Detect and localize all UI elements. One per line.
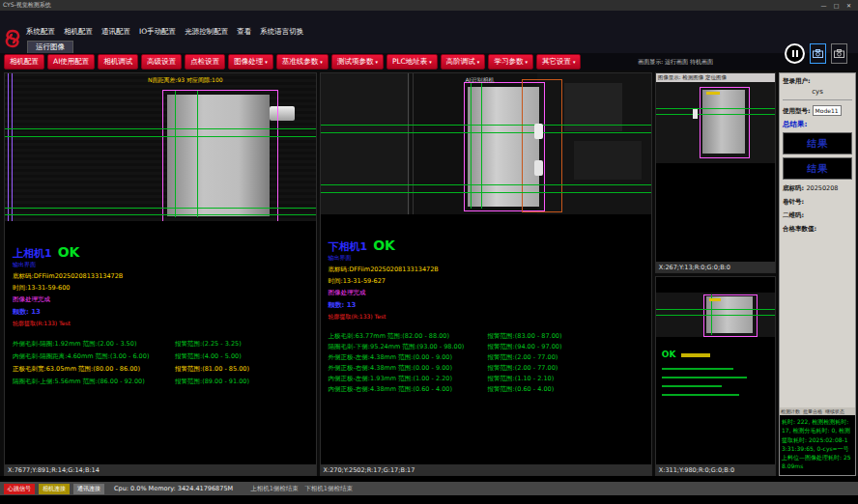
log-tab-state[interactable]: 继续状态 [825, 408, 844, 414]
cpu-memory-status: Cpu: 0.0% Memory: 3424.41796875M [114, 485, 233, 492]
toolbar-ai-config-button[interactable]: AI使用配置 [47, 54, 95, 70]
chevron-down-icon: ▾ [429, 60, 432, 65]
measurement-list: 上极毛刺:63.77mm 范围:(82.00 - 88.00)报警范围:(83.… [329, 331, 651, 395]
menu-item-io-config[interactable]: IO手动配置 [139, 27, 176, 37]
toolbar-advanced-settings-button[interactable]: 高级设置 [141, 54, 182, 70]
measurement-row: 上极毛刺:63.77mm 范围:(82.00 - 88.00)报警范围:(83.… [329, 331, 651, 342]
toolbar-spotcheck-button[interactable]: 点检设置 [185, 54, 225, 70]
output-sub-label: 输出界面 [329, 254, 651, 263]
thumbnail-image-top[interactable] [656, 82, 775, 163]
toolbar-plc-address-button[interactable]: PLC地址表▾ [386, 54, 438, 70]
measure-line [656, 108, 775, 109]
reflection-highlight [693, 109, 698, 119]
menu-item-camera-config[interactable]: 相机配置 [64, 27, 93, 37]
chevron-down-icon: ▾ [573, 60, 576, 65]
thumbnail-column: 图像显示: 检测图像 定位图像 X:267;Y:13;R:0;G:0;B:0 [655, 72, 776, 476]
menu-item-language[interactable]: 系统语言切换 [260, 27, 303, 37]
pixel-coordinate-bar: X:7677;Y:891;R:14;G:14;B:14 [5, 464, 316, 475]
pause-icon [792, 50, 794, 57]
camera-icon [813, 49, 823, 58]
overlay-camera-label: AI识别相机 [466, 76, 495, 85]
close-icon[interactable]: ✕ [843, 1, 855, 10]
debug-line: 轮廓提取(R:133) Test [329, 313, 651, 322]
pass-rate-field: 合格率数值: [783, 225, 852, 234]
overlay-text-marker [681, 353, 710, 357]
camera-snapshot-button-1[interactable] [810, 43, 826, 64]
toolbar-image-process-button[interactable]: 图像处理▾ [228, 54, 273, 70]
toolbar-test-params-button[interactable]: 测试项参数▾ [331, 54, 384, 70]
toolbar-camera-config-button[interactable]: 相机配置 [4, 54, 44, 70]
display-mode-label: 画面显示: 运行画面 待机画面 [638, 58, 713, 67]
measurement-row: 隔圈毛刺-下侧:95.24mm 范围:(93.00 - 98.00)报警范围:(… [329, 342, 651, 352]
thumbnail-panel-top: 图像显示: 检测图像 定位图像 X:267;Y:13;R:0;G:0;B:0 [655, 72, 776, 273]
status-bar: 心跳信号 相机连接 通讯连接 Cpu: 0.0% Memory: 3424.41… [0, 482, 858, 495]
minimize-icon[interactable]: — [817, 1, 830, 10]
heartbeat-status-badge: 心跳信号 [4, 484, 35, 494]
app-logo-icon [3, 29, 22, 48]
menu-item-comm-config[interactable]: 通讯配置 [101, 27, 130, 37]
camera-image-bottom[interactable]: AI识别相机 [321, 73, 651, 214]
menu-item-view[interactable]: 查看 [237, 27, 251, 37]
count-line: 颗数: 13 [13, 307, 316, 317]
pause-button[interactable] [785, 43, 805, 64]
toolbar-other-settings-button[interactable]: 其它设置▾ [536, 54, 582, 70]
process-status-line: 图像处理完成 [329, 289, 651, 297]
reflection-highlight [534, 124, 543, 139]
measure-line [656, 114, 775, 115]
thumbnail-panel-bottom: OK X:311;Y:980;R:0;G:0;B:0 [655, 276, 776, 476]
toolbar-camera-debug-button[interactable]: 相机调试 [98, 54, 138, 70]
menu-item-system-config[interactable]: 系统配置 [26, 27, 55, 37]
violet-edge-line [8, 73, 9, 221]
result-status: OK [373, 238, 395, 253]
log-text-marker [662, 368, 733, 370]
top-right-controls [785, 43, 847, 64]
roll-number-field: 卷针号: [783, 198, 852, 207]
roi-rectangle [162, 90, 278, 221]
window-title: CYS-视觉检测系统 [3, 1, 817, 10]
overlay-text-marker [709, 298, 721, 301]
log-tab-count[interactable]: 检测计数 [781, 408, 800, 414]
measurement-row: 内侧毛刺-隔圈距离:4.60mm 范围:(3.00 - 6.00)报警范围:(4… [13, 350, 316, 363]
result-status: OK [662, 350, 676, 359]
measure-line-vertical [175, 91, 176, 217]
log-tab-pass[interactable]: 批量合格 [803, 408, 822, 414]
maximize-icon[interactable]: □ [830, 1, 843, 10]
toolbar-baseline-params-button[interactable]: 基准线参数▾ [276, 54, 329, 70]
chevron-down-icon: ▾ [525, 60, 528, 65]
process-status-line: 图像处理完成 [13, 295, 316, 304]
measurement-list: 外侧毛刺-隔圈:1.92mm 范围:(2.00 - 3.50)报警范围:(2.2… [13, 338, 316, 388]
model-label: 使用型号: [783, 107, 811, 116]
result-indicator-box-1: 结果 [783, 132, 852, 154]
total-result-label: 总结果: [783, 120, 852, 129]
measurement-row: 隔圈毛刺-上侧:5.56mm 范围:(86.00 - 92.00)报警范围:(8… [13, 376, 316, 388]
measurement-row: 内侧正极-左侧:1.93mm 范围:(1.00 - 2.20)报警范围:(1.1… [329, 374, 651, 384]
measure-line [5, 136, 316, 137]
overlay-measurement-label: N面距离差:93 对应间隙:100 [148, 76, 223, 85]
thumbnail-image-bottom[interactable] [656, 293, 775, 337]
violet-edge-line [12, 73, 13, 221]
log-text-marker [662, 385, 722, 387]
tab-run-image[interactable]: 运行图像 [27, 41, 73, 53]
machinery-shape [321, 73, 410, 214]
tab-row: 运行图像 [0, 40, 858, 53]
menu-item-light-config[interactable]: 光源控制配置 [185, 27, 228, 37]
measure-line [5, 128, 316, 129]
result-status: OK [58, 244, 80, 260]
result-indicator-box-2: 结果 [783, 157, 852, 180]
toolbar-advanced-debug-button[interactable]: 高阶调试▾ [441, 54, 486, 70]
machinery-shape [574, 141, 642, 180]
camera-cycle-status: 上相机1侧检结束 下相机1侧检结束 [250, 485, 353, 493]
machinery-edge [408, 73, 409, 214]
toolbar-learning-params-button[interactable]: 学习参数▾ [488, 54, 533, 70]
camera-panel-top: N面距离差:93 对应间隙:100 上相机1 OK 输出界面 底标码:DFFii… [4, 72, 317, 476]
output-sub-label: 输出界面 [13, 261, 316, 269]
debug-line: 轮廓提取(R:133) Test [13, 320, 316, 328]
measurement-row: 外侧毛刺-隔圈:1.92mm 范围:(2.00 - 3.50)报警范围:(2.2… [13, 338, 316, 350]
qr-code-field: 二维码: [783, 211, 852, 220]
chevron-down-icon: ▾ [265, 60, 268, 65]
camera-image-top[interactable]: N面距离差:93 对应间隙:100 [5, 73, 316, 221]
toolbar: 相机配置 AI使用配置 相机调试 高级设置 点检设置 图像处理▾ 基准线参数▾ … [0, 53, 858, 70]
login-user-label: 登录用户: [783, 77, 852, 86]
camera-snapshot-button-2[interactable] [831, 43, 847, 64]
barcode-field: 底标码: 20250208 [783, 184, 852, 193]
